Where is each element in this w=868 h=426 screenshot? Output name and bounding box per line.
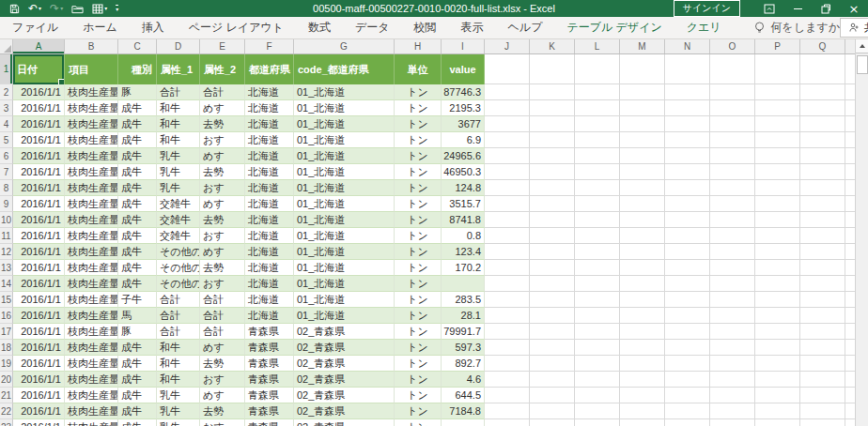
- minimize-icon[interactable]: [783, 0, 812, 17]
- cell-I1[interactable]: value: [442, 54, 485, 84]
- cell-H18[interactable]: トン: [395, 340, 442, 356]
- cell-A21[interactable]: 2016/1/1: [13, 388, 65, 403]
- cell-empty[interactable]: [710, 372, 755, 388]
- cell-A18[interactable]: 2016/1/1: [13, 340, 65, 356]
- ribbon-tab-10[interactable]: テーブル デザイン: [554, 20, 674, 36]
- row-header-11[interactable]: 11: [0, 228, 13, 244]
- cell-E16[interactable]: 合計: [200, 308, 245, 324]
- cell-empty[interactable]: [665, 148, 710, 164]
- row-header-21[interactable]: 21: [0, 388, 13, 403]
- cell-empty[interactable]: [800, 228, 845, 244]
- cell-I21[interactable]: 644.5: [442, 388, 485, 403]
- cell-C5[interactable]: 成牛: [118, 132, 157, 148]
- cell-F21[interactable]: 青森県: [245, 388, 294, 403]
- cell-empty[interactable]: [530, 228, 575, 244]
- cell-C10[interactable]: 成牛: [118, 212, 157, 228]
- cell-empty[interactable]: [620, 308, 665, 324]
- cell-empty[interactable]: [800, 148, 845, 164]
- cell-B7[interactable]: 枝肉生産量: [65, 164, 118, 180]
- cell-empty[interactable]: [755, 54, 800, 84]
- cell-empty[interactable]: [710, 116, 755, 132]
- cell-I4[interactable]: 3677: [442, 116, 485, 132]
- cell-I13[interactable]: 170.2: [442, 260, 485, 276]
- cell-empty[interactable]: [800, 164, 845, 180]
- cell-empty[interactable]: [755, 308, 800, 324]
- cell-A19[interactable]: 2016/1/1: [13, 356, 65, 372]
- cell-E8[interactable]: おす: [200, 180, 245, 196]
- cell-E1[interactable]: 属性_2: [200, 54, 245, 84]
- cell-I17[interactable]: 79991.7: [442, 324, 485, 340]
- cell-C20[interactable]: 成牛: [118, 372, 157, 388]
- cell-B11[interactable]: 枝肉生産量: [65, 228, 118, 244]
- cell-empty[interactable]: [575, 228, 620, 244]
- cell-E17[interactable]: 合計: [200, 324, 245, 340]
- cell-D5[interactable]: 和牛: [157, 132, 200, 148]
- cell-empty[interactable]: [800, 260, 845, 276]
- ribbon-tab-3[interactable]: 挿入: [130, 20, 177, 36]
- cell-I9[interactable]: 3515.7: [442, 196, 485, 212]
- cell-A14[interactable]: 2016/1/1: [13, 276, 65, 292]
- cell-F7[interactable]: 北海道: [245, 164, 294, 180]
- undo-icon[interactable]: ↶▾: [28, 3, 41, 14]
- cell-G13[interactable]: 01_北海道: [294, 260, 395, 276]
- cell-C1[interactable]: 種別: [118, 54, 157, 84]
- cell-empty[interactable]: [575, 164, 620, 180]
- cell-G16[interactable]: 01_北海道: [294, 308, 395, 324]
- cell-E15[interactable]: 合計: [200, 292, 245, 308]
- cell-F4[interactable]: 北海道: [245, 116, 294, 132]
- row-header-4[interactable]: 4: [0, 116, 13, 132]
- cell-B3[interactable]: 枝肉生産量: [65, 100, 118, 116]
- cell-F15[interactable]: 北海道: [245, 292, 294, 308]
- cell-E6[interactable]: めす: [200, 148, 245, 164]
- cell-empty[interactable]: [530, 244, 575, 260]
- cell-G19[interactable]: 02_青森県: [294, 356, 395, 372]
- cell-A11[interactable]: 2016/1/1: [13, 228, 65, 244]
- cell-empty[interactable]: [575, 276, 620, 292]
- cell-empty[interactable]: [665, 388, 710, 403]
- open-folder-icon[interactable]: [71, 4, 84, 14]
- cell-F3[interactable]: 北海道: [245, 100, 294, 116]
- cell-H6[interactable]: トン: [395, 148, 442, 164]
- save-icon[interactable]: [9, 4, 20, 14]
- cell-H17[interactable]: トン: [395, 324, 442, 340]
- cell-B12[interactable]: 枝肉生産量: [65, 244, 118, 260]
- cell-C8[interactable]: 成牛: [118, 180, 157, 196]
- cell-empty[interactable]: [485, 164, 530, 180]
- cell-empty[interactable]: [485, 419, 530, 426]
- cell-empty[interactable]: [665, 356, 710, 372]
- ribbon-display-options-icon[interactable]: [755, 0, 783, 17]
- cell-C15[interactable]: 子牛: [118, 292, 157, 308]
- cell-G12[interactable]: 01_北海道: [294, 244, 395, 260]
- cell-E23[interactable]: おす: [200, 419, 245, 426]
- cell-empty[interactable]: [485, 180, 530, 196]
- col-header-D[interactable]: D: [157, 39, 200, 53]
- cell-empty[interactable]: [755, 244, 800, 260]
- cell-B1[interactable]: 項目: [65, 54, 118, 84]
- cell-H14[interactable]: トン: [395, 276, 442, 292]
- cell-A16[interactable]: 2016/1/1: [13, 308, 65, 324]
- cell-empty[interactable]: [710, 84, 755, 100]
- cell-H20[interactable]: トン: [395, 372, 442, 388]
- cell-empty[interactable]: [620, 372, 665, 388]
- cell-D9[interactable]: 交雑牛: [157, 196, 200, 212]
- cell-G4[interactable]: 01_北海道: [294, 116, 395, 132]
- cell-C13[interactable]: 成牛: [118, 260, 157, 276]
- cell-B17[interactable]: 枝肉生産量: [65, 324, 118, 340]
- cell-H19[interactable]: トン: [395, 356, 442, 372]
- cell-empty[interactable]: [755, 403, 800, 419]
- cell-I15[interactable]: 283.5: [442, 292, 485, 308]
- cell-empty[interactable]: [665, 164, 710, 180]
- cell-empty[interactable]: [620, 148, 665, 164]
- cell-empty[interactable]: [485, 356, 530, 372]
- cell-H9[interactable]: トン: [395, 196, 442, 212]
- col-header-M[interactable]: M: [620, 39, 665, 53]
- cell-G21[interactable]: 02_青森県: [294, 388, 395, 403]
- cell-E14[interactable]: おす: [200, 276, 245, 292]
- cell-empty[interactable]: [485, 100, 530, 116]
- row-header-5[interactable]: 5: [0, 132, 13, 148]
- cell-I23[interactable]: [442, 419, 485, 426]
- cell-empty[interactable]: [710, 260, 755, 276]
- cell-empty[interactable]: [575, 308, 620, 324]
- cell-I14[interactable]: [442, 276, 485, 292]
- cell-I11[interactable]: 0.8: [442, 228, 485, 244]
